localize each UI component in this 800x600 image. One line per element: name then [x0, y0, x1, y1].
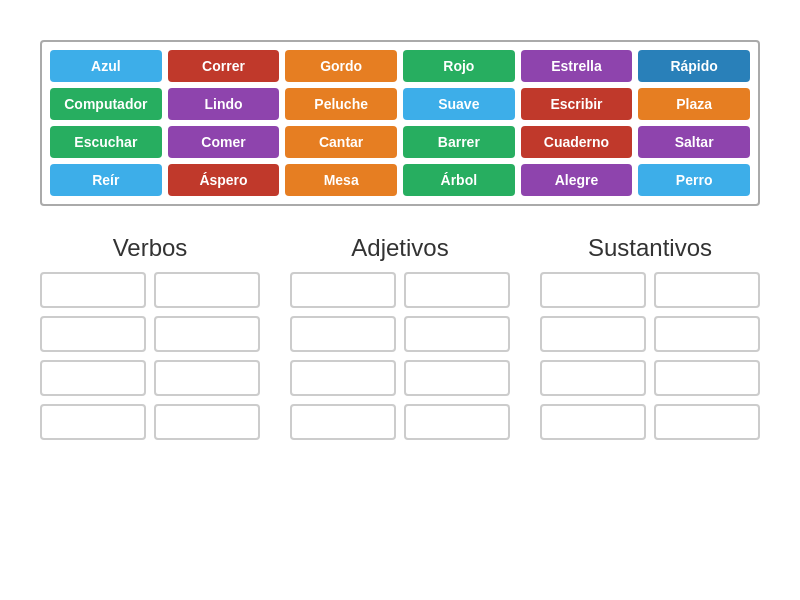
word-tile-perro[interactable]: Perro — [638, 164, 750, 196]
categories-area: VerbosAdjetivosSustantivos — [40, 234, 760, 440]
word-tile-lindo[interactable]: Lindo — [168, 88, 280, 120]
word-tile-barrer[interactable]: Barrer — [403, 126, 515, 158]
word-tile-escuchar[interactable]: Escuchar — [50, 126, 162, 158]
word-tile-arbol[interactable]: Árbol — [403, 164, 515, 196]
drop-slot-adjetivos-7[interactable] — [404, 404, 510, 440]
drop-slot-sustantivos-0[interactable] — [540, 272, 646, 308]
word-tile-computador[interactable]: Computador — [50, 88, 162, 120]
word-tile-cantar[interactable]: Cantar — [285, 126, 397, 158]
category-adjetivos: Adjetivos — [290, 234, 510, 440]
drop-slot-adjetivos-1[interactable] — [404, 272, 510, 308]
drop-slot-sustantivos-3[interactable] — [654, 316, 760, 352]
drop-slot-adjetivos-5[interactable] — [404, 360, 510, 396]
slots-grid-adjetivos — [290, 272, 510, 440]
word-tile-rapido[interactable]: Rápido — [638, 50, 750, 82]
word-tile-gordo[interactable]: Gordo — [285, 50, 397, 82]
drop-slot-adjetivos-3[interactable] — [404, 316, 510, 352]
drop-slot-verbos-3[interactable] — [154, 316, 260, 352]
drop-slot-verbos-5[interactable] — [154, 360, 260, 396]
word-tile-comer[interactable]: Comer — [168, 126, 280, 158]
drop-slot-adjetivos-2[interactable] — [290, 316, 396, 352]
drop-slot-sustantivos-4[interactable] — [540, 360, 646, 396]
drop-slot-sustantivos-1[interactable] — [654, 272, 760, 308]
drop-slot-verbos-7[interactable] — [154, 404, 260, 440]
drop-slot-sustantivos-5[interactable] — [654, 360, 760, 396]
word-tile-plaza[interactable]: Plaza — [638, 88, 750, 120]
slots-grid-verbos — [40, 272, 260, 440]
category-title-adjetivos: Adjetivos — [351, 234, 448, 262]
drop-slot-adjetivos-4[interactable] — [290, 360, 396, 396]
word-tile-escribir[interactable]: Escribir — [521, 88, 633, 120]
word-tile-mesa[interactable]: Mesa — [285, 164, 397, 196]
word-tile-azul[interactable]: Azul — [50, 50, 162, 82]
word-tile-aspero[interactable]: Áspero — [168, 164, 280, 196]
drop-slot-verbos-4[interactable] — [40, 360, 146, 396]
word-tile-saltar[interactable]: Saltar — [638, 126, 750, 158]
word-tile-cuaderno[interactable]: Cuaderno — [521, 126, 633, 158]
category-verbos: Verbos — [40, 234, 260, 440]
word-tile-suave[interactable]: Suave — [403, 88, 515, 120]
word-tile-correr[interactable]: Correr — [168, 50, 280, 82]
drop-slot-adjetivos-6[interactable] — [290, 404, 396, 440]
drop-slot-sustantivos-2[interactable] — [540, 316, 646, 352]
word-tile-peluche[interactable]: Peluche — [285, 88, 397, 120]
drop-slot-verbos-2[interactable] — [40, 316, 146, 352]
category-sustantivos: Sustantivos — [540, 234, 760, 440]
word-tile-estrella[interactable]: Estrella — [521, 50, 633, 82]
word-tile-reir[interactable]: Reír — [50, 164, 162, 196]
category-title-sustantivos: Sustantivos — [588, 234, 712, 262]
drop-slot-adjetivos-0[interactable] — [290, 272, 396, 308]
word-tile-alegre[interactable]: Alegre — [521, 164, 633, 196]
drop-slot-sustantivos-7[interactable] — [654, 404, 760, 440]
slots-grid-sustantivos — [540, 272, 760, 440]
drop-slot-verbos-6[interactable] — [40, 404, 146, 440]
word-tile-rojo[interactable]: Rojo — [403, 50, 515, 82]
word-bank: AzulCorrerGordoRojoEstrellaRápidoComputa… — [40, 40, 760, 206]
drop-slot-sustantivos-6[interactable] — [540, 404, 646, 440]
drop-slot-verbos-1[interactable] — [154, 272, 260, 308]
category-title-verbos: Verbos — [113, 234, 188, 262]
drop-slot-verbos-0[interactable] — [40, 272, 146, 308]
